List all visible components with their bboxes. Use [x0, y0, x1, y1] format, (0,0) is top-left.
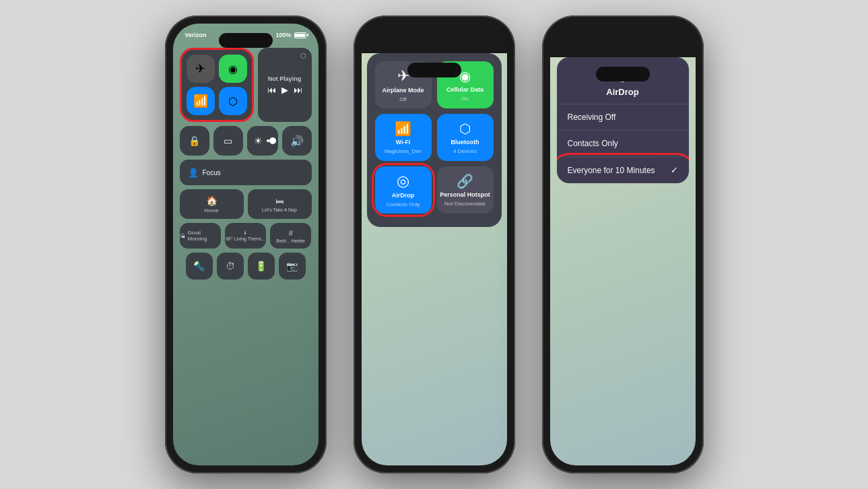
cellular-data-button[interactable]: ◉ [219, 55, 247, 83]
heater-tile[interactable]: # Bedr... Heater [270, 223, 311, 249]
wifi-icon-2: 📶 [395, 121, 411, 137]
wifi-btn-2[interactable]: 📶 Wi-Fi Magicians_Den [375, 114, 432, 161]
bluetooth-button[interactable]: ⬡ [219, 87, 247, 115]
now-playing-label: Not Playing [263, 75, 306, 82]
wifi-label-2: Wi-Fi [396, 139, 411, 146]
heater-icon: # [289, 229, 293, 237]
cellular-sub-2: On [461, 96, 469, 102]
airdrop-btn-2[interactable]: ◎ AirDrop Contacts Only [375, 166, 432, 214]
bluetooth-label-2: Bluetooth [451, 139, 479, 146]
phone3-background: ◎ AirDrop Receiving Off Contacts Only Ev… [550, 57, 696, 465]
hotspot-sub-2: Not Discoverable [444, 201, 486, 207]
heater-label: Bedr... Heater [276, 238, 305, 243]
therm-label: 66° Living Therm... [226, 236, 265, 241]
phone2-background: ✈ Airplane Mode Off ◉ Cellular Data On 📶… [362, 53, 507, 465]
focus-label: Focus [203, 169, 221, 176]
flashlight-button[interactable]: 🔦 [186, 253, 213, 280]
music-widget: ⬡ Not Playing ⏮ ▶ ⏭ [258, 48, 312, 122]
play-button[interactable]: ▶ [281, 85, 288, 95]
airdrop-sub-2: Contacts Only [386, 201, 420, 207]
therm-icon: 🌡 [243, 230, 248, 235]
volume-button[interactable]: 🔊 [282, 126, 312, 156]
hotspot-label-2: Personal Hotspot [440, 191, 490, 199]
notch [219, 33, 273, 48]
airplane-mode-button[interactable]: ✈ [187, 55, 215, 83]
sleep-icon: 🛏 [275, 197, 283, 206]
wifi-button[interactable]: 📶 [187, 87, 215, 115]
airplay-icon[interactable]: ⬡ [300, 52, 306, 59]
sun-icon: 🌤 [180, 233, 185, 239]
hotspot-icon-2: 🔗 [457, 173, 473, 189]
mirror-button[interactable]: ▭ [213, 126, 243, 156]
home-label: Home [204, 207, 218, 214]
battery-label: 100% [275, 32, 291, 38]
connectivity-buttons-highlight: ✈ ◉ 📶 ⬡ [180, 48, 254, 122]
wifi-sub-2: Magicians_Den [385, 148, 422, 154]
phone-1: Verizon ▲ 100% ✈ ◉ 📶 ⬡ [165, 15, 327, 474]
cellular-icon-2: ◉ [459, 68, 471, 84]
sleep-shortcut[interactable]: 🛏 Let's Take A Nap [248, 189, 312, 219]
music-controls: ⏮ ▶ ⏭ [263, 85, 306, 95]
notch-2 [407, 63, 461, 77]
contacts-only-option[interactable]: Contacts Only [557, 131, 689, 157]
phone1-background: Verizon ▲ 100% ✈ ◉ 📶 ⬡ [173, 24, 319, 465]
home-icon: 🏠 [206, 195, 218, 206]
bluetooth-sub-2: 4 Devices [453, 148, 477, 154]
focus-icon: 👤 [188, 168, 199, 178]
contacts-only-label: Contacts Only [568, 139, 618, 148]
phone1-screen: Verizon ▲ 100% ✈ ◉ 📶 ⬡ [173, 24, 319, 465]
thermostat-tile[interactable]: 🌡 66° Living Therm... [225, 223, 266, 249]
receiving-off-option[interactable]: Receiving Off [557, 104, 689, 131]
hotspot-btn-2[interactable]: 🔗 Personal Hotspot Not Discoverable [437, 166, 494, 214]
battery-widget-button[interactable]: 🔋 [248, 253, 275, 280]
good-morning-label: Good Morning [188, 230, 221, 242]
brightness-slider[interactable]: ☀ [247, 126, 278, 156]
timer-button[interactable]: ⏱ [217, 253, 244, 280]
checkmark-icon: ✓ [671, 165, 678, 175]
phone2-screen: ✈ Airplane Mode Off ◉ Cellular Data On 📶… [362, 24, 507, 465]
carrier-label: Verizon [185, 32, 207, 38]
everyone-10min-label: Everyone for 10 Minutes [568, 166, 655, 175]
screen-rotation-button[interactable]: 🔒 [180, 126, 209, 156]
everyone-10min-option[interactable]: Everyone for 10 Minutes ✓ [557, 157, 689, 183]
airplane-sub-2: Off [399, 96, 407, 102]
home-shortcut[interactable]: 🏠 Home [180, 189, 244, 219]
airdrop-popup-title: AirDrop [606, 87, 638, 97]
airdrop-label-2: AirDrop [392, 192, 415, 199]
bluetooth-icon-2: ⬡ [459, 121, 471, 137]
phone-3: ◎ AirDrop Receiving Off Contacts Only Ev… [542, 15, 704, 474]
bluetooth-btn-2[interactable]: ⬡ Bluetooth 4 Devices [437, 114, 494, 161]
next-button[interactable]: ⏭ [294, 85, 302, 95]
notch-3 [596, 67, 650, 82]
airdrop-icon-2: ◎ [397, 172, 409, 190]
camera-button[interactable]: 📷 [279, 253, 306, 280]
phone-2: ✈ Airplane Mode Off ◉ Cellular Data On 📶… [354, 15, 515, 474]
phone3-screen: ◎ AirDrop Receiving Off Contacts Only Ev… [550, 24, 696, 465]
cellular-label-2: Cellular Data [446, 86, 483, 94]
good-morning-tile[interactable]: 🌤 Good Morning [180, 223, 221, 249]
focus-button[interactable]: 👤 Focus [180, 160, 312, 185]
airplane-label-2: Airplane Mode [382, 87, 424, 94]
sleep-label: Let's Take A Nap [262, 207, 297, 212]
brightness-icon: ☀ [254, 135, 263, 146]
control-center-panel-2: ✈ Airplane Mode Off ◉ Cellular Data On 📶… [367, 53, 502, 227]
battery-icon [294, 32, 306, 38]
receiving-off-label: Receiving Off [568, 112, 616, 122]
prev-button[interactable]: ⏮ [267, 85, 276, 95]
